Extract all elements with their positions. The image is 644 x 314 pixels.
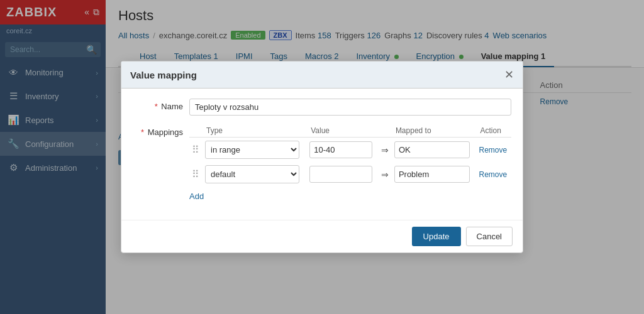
value-cell-2 <box>307 162 379 187</box>
mapped-to-cell-2 <box>392 162 477 187</box>
mapping-row: ⠿ in range equals greater than less than… <box>189 162 511 187</box>
update-button[interactable]: Update <box>412 227 461 246</box>
cancel-button[interactable]: Cancel <box>466 227 513 246</box>
col-arrow <box>379 124 392 138</box>
mapped-to-cell <box>392 138 477 163</box>
name-field <box>189 99 511 116</box>
mappings-label: * Mappings <box>133 124 183 137</box>
col-value: Value <box>307 124 379 138</box>
col-drag <box>189 124 203 138</box>
type-select-1[interactable]: in range equals greater than less than r… <box>205 141 299 159</box>
type-cell: in range equals greater than less than r… <box>203 138 307 163</box>
modal-dialog: Value mapping ✕ * Name * Mappings <box>121 61 523 253</box>
name-row: * Name <box>133 99 511 116</box>
modal-header: Value mapping ✕ <box>121 62 523 89</box>
mapped-to-input-1[interactable] <box>394 141 470 158</box>
action-cell: Remove <box>477 138 511 163</box>
modal-title: Value mapping <box>130 70 197 80</box>
required-mark: * <box>155 102 158 111</box>
drag-handle[interactable]: ⠿ <box>189 138 203 163</box>
mapping-row: ⠿ in range equals greater than less than… <box>189 138 511 163</box>
arrow-cell-1: ⇒ <box>379 138 392 163</box>
remove-link-2[interactable]: Remove <box>479 170 508 179</box>
mapped-to-input-2[interactable] <box>394 166 470 183</box>
modal-body: * Name * Mappings T <box>121 89 523 220</box>
value-input-1[interactable] <box>309 141 372 158</box>
action-cell-2: Remove <box>477 162 511 187</box>
mappings-field: Type Value Mapped to Action ⠿ <box>189 124 511 201</box>
required-mark2: * <box>141 127 144 137</box>
modal-close-button[interactable]: ✕ <box>504 68 514 82</box>
name-input[interactable] <box>189 99 511 116</box>
mappings-row: * Mappings Type Value Mapped to Act <box>133 124 511 201</box>
col-mapped-to: Mapped to <box>392 124 477 138</box>
modal-overlay: Value mapping ✕ * Name * Mappings <box>0 0 644 314</box>
value-cell <box>307 138 379 163</box>
modal-footer: Update Cancel <box>121 220 523 252</box>
remove-link-1[interactable]: Remove <box>479 146 508 154</box>
mappings-inner-table: Type Value Mapped to Action ⠿ <box>189 124 511 187</box>
type-select-2[interactable]: in range equals greater than less than r… <box>205 165 299 183</box>
col-action: Action <box>477 124 511 138</box>
arrow-cell-2: ⇒ <box>379 162 392 187</box>
type-cell-2: in range equals greater than less than r… <box>203 162 307 187</box>
name-label: * Name <box>133 99 183 111</box>
value-input-2[interactable] <box>309 166 372 183</box>
modal-add-link[interactable]: Add <box>189 192 204 201</box>
col-type: Type <box>203 124 307 138</box>
drag-handle-2[interactable]: ⠿ <box>189 162 203 187</box>
